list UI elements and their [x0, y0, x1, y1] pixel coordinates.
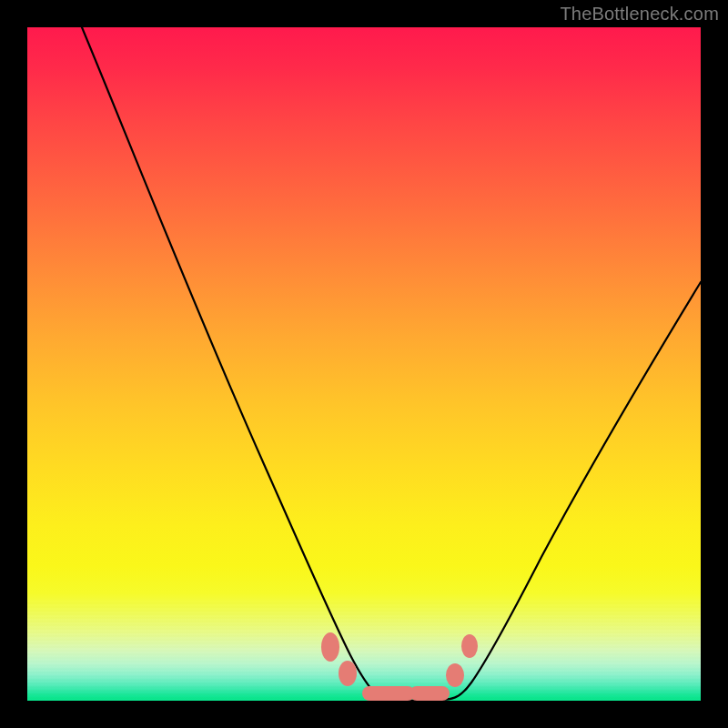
bottleneck-curve — [82, 27, 701, 701]
marker-6 — [461, 634, 478, 658]
marker-4-wide — [410, 686, 450, 701]
marker-3-wide — [362, 686, 415, 701]
chart-frame: TheBottleneck.com — [0, 0, 728, 728]
marker-5 — [446, 663, 464, 687]
marker-2 — [339, 661, 357, 686]
watermark-text: TheBottleneck.com — [560, 4, 719, 25]
curve-layer — [27, 27, 701, 701]
marker-1 — [321, 632, 339, 662]
plot-area — [27, 27, 701, 701]
